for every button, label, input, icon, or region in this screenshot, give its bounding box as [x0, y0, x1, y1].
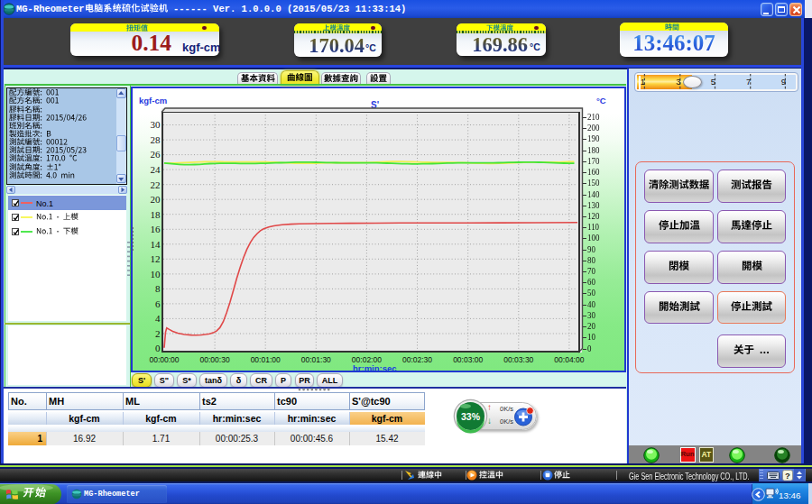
svg-text:33%: 33%: [461, 411, 481, 422]
svg-text:?: ?: [785, 471, 790, 481]
